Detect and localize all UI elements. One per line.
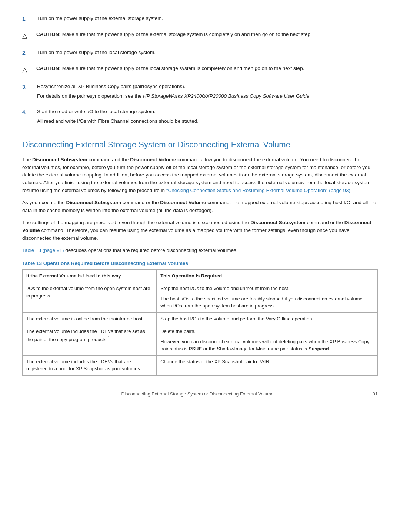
step-3-sub-italic: HP StorageWorks XP24000/XP20000 Business… xyxy=(143,93,309,99)
table-header-col2: This Operation is Required xyxy=(157,269,378,282)
table-cell-col1: The external volume includes the LDEVs t… xyxy=(23,355,157,375)
table-row: I/Os to the external volume from the ope… xyxy=(23,282,378,313)
step-text: Turn on the power supply of the external… xyxy=(37,15,378,22)
step-3-sub-end: . xyxy=(309,93,311,99)
caution-2-content: CAUTION: Make sure that the power supply… xyxy=(36,65,378,72)
step-3-subpara: For details on the pairresync operation,… xyxy=(37,92,378,100)
caution-2-text: Make sure that the power supply of the l… xyxy=(62,65,304,71)
step-number: 1. xyxy=(22,15,37,23)
table-row: The external volume includes the LDEVs t… xyxy=(23,325,378,356)
caution-2: △ CAUTION: Make sure that the power supp… xyxy=(22,65,378,79)
checking-connection-link[interactable]: "Checking Connection Status and Resuming… xyxy=(166,188,350,193)
disconnect-volume-bold-2: Disconnect Volume xyxy=(160,200,206,205)
caution-1-content: CAUTION: Make sure that the power supply… xyxy=(36,31,378,38)
table-cell-col2: Stop the host I/Os to the volume and unm… xyxy=(157,282,378,313)
caution-1-body: Make sure that the power supply of the e… xyxy=(62,31,312,37)
step-4-subpara: All read and write I/Os with Fibre Chann… xyxy=(37,118,378,125)
step-3-sub-prefix: For details on the pairresync operation,… xyxy=(37,93,143,99)
step-3-main: Resynchronize all XP Business Copy pairs… xyxy=(37,84,185,89)
step-4-content: Start the read or write I/O to the local… xyxy=(37,108,378,125)
step-3: 3. Resynchronize all XP Business Copy pa… xyxy=(22,83,378,104)
step-number: 4. xyxy=(22,108,37,116)
section-heading: Disconnecting External Storage System or… xyxy=(22,139,378,150)
superscript-1: 1 xyxy=(108,336,110,340)
disconnect-subsystem-bold: Disconnect Subsystem xyxy=(32,157,87,162)
footer-right: 91 xyxy=(373,391,378,398)
table-cell-col2: Change the status of the XP Snapshot pai… xyxy=(157,355,378,375)
step-4: 4. Start the read or write I/O to the lo… xyxy=(22,108,378,129)
table-header-col1: If the External Volume is Used in this w… xyxy=(23,269,157,282)
step-3-content: Resynchronize all XP Business Copy pairs… xyxy=(37,83,378,100)
table-row: The external volume includes the LDEVs t… xyxy=(23,355,378,375)
step-1: 1. Turn on the power supply of the exter… xyxy=(22,15,378,27)
page-footer: Disconnecting External Storage System or… xyxy=(22,387,378,398)
caution-triangle-icon: △ xyxy=(22,31,31,41)
table-cell-text: Stop the host I/Os to the volume and unm… xyxy=(160,285,374,292)
step-2: 2. Turn on the power supply of the local… xyxy=(22,49,378,61)
footer-center: Disconnecting External Storage System or… xyxy=(121,391,273,398)
step-number: 2. xyxy=(22,49,37,57)
step-4-main: Start the read or write I/O to the local… xyxy=(37,109,156,114)
operations-table: If the External Volume is Used in this w… xyxy=(22,269,378,376)
disconnect-subsystem-bold-2: Disconnect Subsystem xyxy=(66,200,121,205)
table-row: The external volume is online from the m… xyxy=(23,312,378,325)
paragraph-3: The settings of the mapping are preserve… xyxy=(22,219,378,242)
table-cell-text-2: However, you can disconnect external vol… xyxy=(160,338,374,353)
table-cell-col2: Delete the pairs. However, you can disco… xyxy=(157,325,378,356)
disconnect-volume-bold: Disconnect Volume xyxy=(130,157,176,162)
table-cell-col1: I/Os to the external volume from the ope… xyxy=(23,282,157,313)
psue-bold: PSUE xyxy=(189,346,202,351)
suspend-bold: Suspend xyxy=(309,346,329,351)
caution-label: CAUTION: xyxy=(36,65,61,71)
disconnect-subsystem-bold-3: Disconnect Subsystem xyxy=(250,220,306,225)
caution-1: △ CAUTION: Make sure that the power supp… xyxy=(22,31,378,45)
step-text: Turn on the power supply of the local st… xyxy=(37,49,378,56)
paragraph-4: Table 13 (page 91) describes operations … xyxy=(22,247,378,255)
step-number: 3. xyxy=(22,83,37,91)
table-cell-text: Delete the pairs. xyxy=(160,328,374,335)
table-cell-text-2: The host I/Os to the specified volume ar… xyxy=(160,295,374,310)
caution-label: CAUTION: xyxy=(36,31,61,37)
disconnect-volume-bold-3: Disconnect Volume xyxy=(22,220,371,233)
table-cell-col1: The external volume includes the LDEVs t… xyxy=(23,325,157,356)
table-heading: Table 13 Operations Required before Disc… xyxy=(22,260,378,267)
paragraph-2: As you execute the Disconnect Subsystem … xyxy=(22,199,378,215)
table-cell-col2: Stop the host I/Os to the volume and per… xyxy=(157,312,378,325)
table-cell-col1: The external volume is online from the m… xyxy=(23,312,157,325)
paragraph-1: The Disconnect Subsystem command and the… xyxy=(22,156,378,195)
table-13-link[interactable]: Table 13 (page 91) xyxy=(22,248,64,253)
caution-triangle-icon: △ xyxy=(22,65,31,75)
